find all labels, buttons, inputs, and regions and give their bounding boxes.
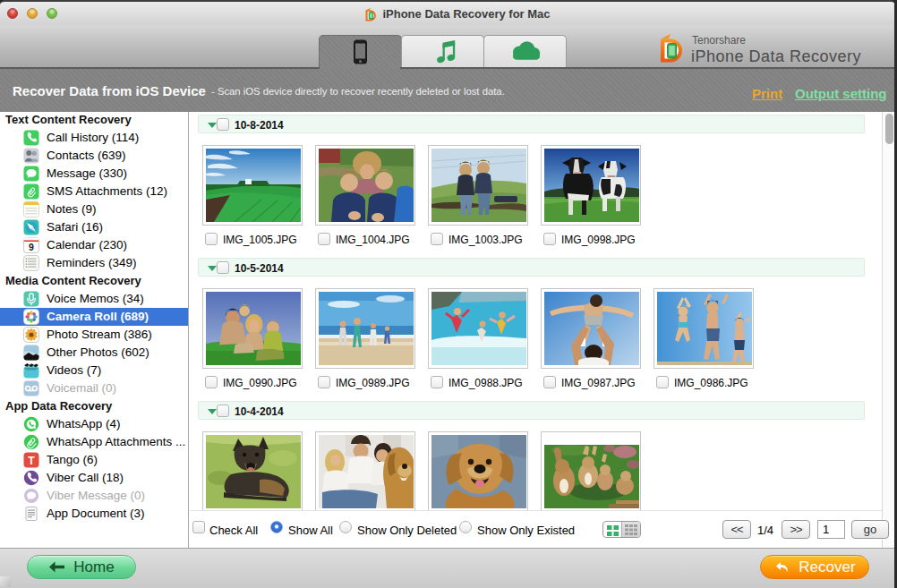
svg-text:T: T: [28, 455, 35, 467]
svg-text:9: 9: [29, 242, 34, 252]
